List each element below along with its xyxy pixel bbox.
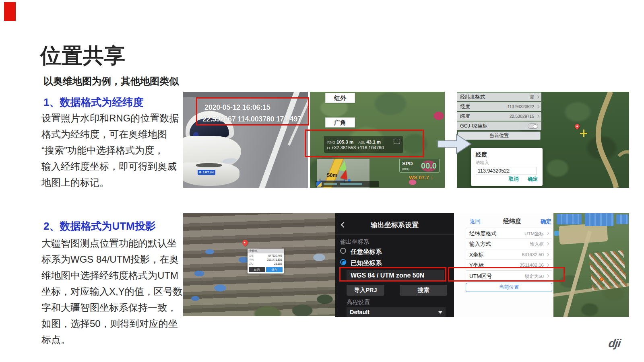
section1-body: 设置照片水印和RNG的位置数据 格式为经纬度，可在奥维地图 “搜索”功能中选择格… — [41, 110, 180, 191]
body-line: 输入经纬度坐标，即可得到奥威 — [41, 158, 180, 175]
crs-value-field[interactable]: WGS 84 / UTM zone 50N — [347, 270, 444, 280]
row-value: 输入框 — [530, 241, 544, 247]
save-button[interactable]: 保存 — [266, 267, 283, 272]
import-prj-button[interactable]: 导入PRJ — [347, 285, 384, 296]
asl-label: ASL — [358, 140, 365, 144]
panel-title: 经纬度 — [503, 218, 521, 225]
body-line: 设置照片水印和RNG的位置数据 — [41, 110, 180, 126]
row-label: 经纬度格式 — [469, 230, 497, 237]
chevron-right-icon — [546, 253, 549, 256]
list-item-latlng-format[interactable]: 经纬度格式 UTM坐标 — [466, 228, 552, 239]
row-label: Y/N — [249, 258, 254, 261]
radio-off-icon[interactable] — [340, 248, 346, 254]
body-line: 标系为WGS 84/UTM投影，在奥 — [41, 251, 180, 267]
elevation-label: 高程设置 — [347, 298, 370, 306]
body-line: “搜索”功能中选择格式为度， — [41, 142, 180, 158]
factory-roof — [585, 213, 614, 226]
row-value: 22.53029715 — [510, 114, 534, 119]
speed-indicator: SPD (m/s) 00.0 — [399, 159, 440, 173]
ovital-map-screenshot: 经纬度格式 度 经度 113.94320522 纬度 22.53029715 G… — [457, 92, 629, 188]
list-item-latlng-format[interactable]: 经纬度格式 度 — [457, 93, 541, 101]
current-location-button[interactable]: 当前位置 — [466, 283, 552, 292]
chevron-right-icon — [536, 95, 539, 99]
speed-label: SPD — [402, 160, 413, 167]
page-subtitle: 以奥维地图为例，其他地图类似 — [43, 75, 179, 88]
status-bar — [316, 181, 379, 187]
body-line: 大疆智图测点位置功能的默认坐 — [41, 235, 180, 251]
asl-value: 43.1 m — [366, 140, 381, 144]
body-line: 格式为经纬度，可在奥维地图 — [41, 126, 180, 142]
camera-tag-infrared: 红外 — [325, 93, 355, 103]
dji-logo: dji — [608, 337, 621, 350]
map-app-logo — [316, 181, 322, 187]
list-item-utm-zone[interactable]: UTM区号 锁定为50 — [466, 271, 552, 281]
popup-row-yn: Y/N 3511476.851 — [248, 257, 284, 261]
section2-heading: 2、数据格式为UTM投影 — [43, 219, 156, 233]
body-line: 地图上的标记。 — [41, 175, 180, 191]
popup-buttons: 取消 保存 — [249, 267, 283, 272]
car-watermark-photo: B 2R71N 2020-05-12 16:06:15 22.592667 11… — [183, 92, 308, 188]
drone-camera-view: 红外 广角 RNG105.3 mASL43.1 m +32.381553 +11… — [310, 92, 445, 188]
longitude-input[interactable] — [476, 167, 537, 175]
back-button[interactable]: 返回 — [470, 218, 481, 225]
flow-arrow — [437, 132, 473, 156]
map-control-icon — [554, 231, 559, 236]
latlng-settings-screenshot: 返回 经纬度 确定 经纬度格式 UTM坐标 输入方式 输入框 X坐标 64193… — [454, 213, 553, 317]
body-line: 如图，选择50，则得到对应的坐 — [41, 316, 180, 332]
list-item-latitude[interactable]: 纬度 22.53029715 — [457, 112, 541, 121]
section1-heading: 1、数据格式为经纬度 — [43, 95, 143, 109]
list-item-gcj02[interactable]: GCJ-02坐标 — [457, 121, 541, 130]
rng-label: RNG — [327, 140, 335, 144]
list-item-longitude[interactable]: 经度 113.94320522 — [457, 102, 541, 111]
output-crs-settings-panel: 输出坐标系设置 输出坐标系 任意坐标系 已知坐标系 WGS 84 / UTM z… — [335, 213, 454, 317]
settings-card: 经纬度格式 UTM坐标 输入方式 输入框 X坐标 641932.50 Y坐标 3… — [466, 228, 552, 282]
row-label: X坐标 — [469, 251, 484, 259]
caret-down-icon — [438, 311, 442, 314]
confirm-button[interactable]: 确定 — [541, 218, 551, 225]
car-grille — [196, 163, 222, 167]
page-title: 位置共享 — [40, 42, 126, 70]
radio-label: 任意坐标系 — [351, 248, 382, 256]
confirm-button[interactable]: 确定 — [528, 176, 538, 183]
row-value: 113.94320522 — [508, 104, 534, 109]
red-corner-mark — [4, 2, 16, 21]
radio-on-icon[interactable] — [340, 259, 346, 265]
row-value: 锁定为50 — [525, 274, 544, 280]
list-item-x-coord[interactable]: X坐标 641932.50 — [466, 249, 552, 260]
row-label: X/E — [249, 254, 253, 257]
coords-line: +32.381553 +118.104760 — [327, 145, 384, 150]
panel-title: 输出坐标系设置 — [335, 220, 454, 230]
chevron-right-icon — [546, 232, 549, 235]
body-line: 维地图中选择经纬度格式为UTM — [41, 267, 180, 284]
search-button[interactable]: 搜索 — [400, 285, 447, 296]
popup-title: 坐标点 — [248, 249, 284, 253]
road-curb — [183, 92, 308, 97]
gcj02-toggle[interactable] — [528, 123, 538, 129]
row-label: UTM区号 — [469, 273, 492, 280]
coordinate-point-popup: 坐标点 X/E 647920.409 Y/N 3511476.851 Z/U 2… — [248, 249, 284, 274]
list-item-input-mode[interactable]: 输入方式 输入框 — [466, 239, 552, 249]
screenshot-icon[interactable] — [394, 139, 400, 144]
row-label: 经纬度格式 — [460, 94, 485, 101]
factory-roof — [616, 214, 628, 224]
row-label: 纬度 — [460, 113, 470, 120]
row-value: 641932.50 — [522, 252, 544, 257]
rng-line: RNG105.3 mASL43.1 m — [327, 138, 386, 145]
cancel-button[interactable]: 取消 — [249, 267, 265, 272]
osd-coords: +32.381553 +118.104760 — [331, 145, 384, 150]
photo-watermark-datetime: 2020-05-12 16:06:15 — [204, 103, 270, 112]
bare-ground-area — [559, 223, 608, 245]
section2-body: 大疆智图测点位置功能的默认坐 标系为WGS 84/UTM投影，在奥 维地图中选择… — [41, 235, 180, 348]
aerial-survey-photo: 坐标点 X/E 647920.409 Y/N 3511476.851 Z/U 2… — [183, 213, 335, 316]
row-label: GCJ-02坐标 — [460, 123, 487, 130]
speed-value: 00.0 — [421, 161, 437, 171]
elevation-dropdown[interactable]: Default — [347, 307, 446, 317]
cancel-button[interactable]: 取消 — [509, 176, 519, 183]
body-line: 坐标，对应输入X,Y的值，区号数 — [41, 284, 180, 300]
list-item-y-coord[interactable]: Y坐标 3511482.16 — [466, 260, 552, 270]
result-point-marker — [600, 278, 603, 281]
group-label: 输出坐标系 — [340, 238, 369, 246]
chevron-right-icon — [546, 263, 549, 267]
wind-speed-label: WS 07.7 ↑ — [409, 175, 433, 181]
popup-row-zu: Z/U 25.553 — [248, 261, 284, 265]
